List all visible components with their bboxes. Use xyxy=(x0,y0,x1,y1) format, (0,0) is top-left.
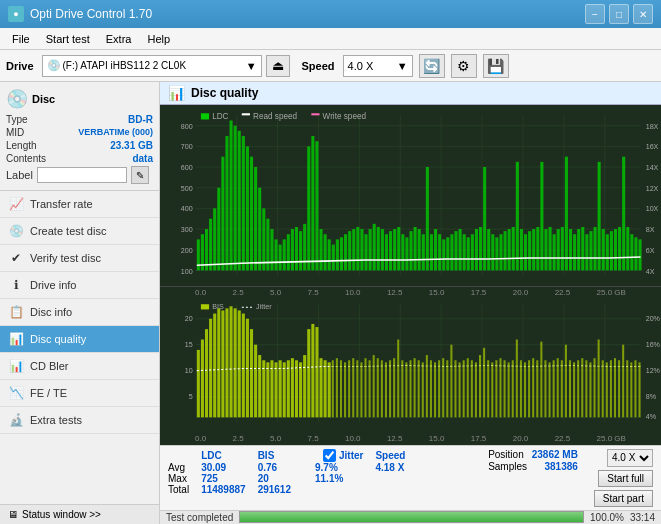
sidebar-item-label: Drive info xyxy=(30,279,76,291)
svg-rect-100 xyxy=(528,231,531,270)
status-window-button[interactable]: 🖥 Status window >> xyxy=(0,504,159,524)
bottom-chart-svg: 20 15 10 5 20% 16% 12% 8% 4% BIS Jitter xyxy=(160,298,661,433)
svg-rect-92 xyxy=(495,237,498,270)
menu-extra[interactable]: Extra xyxy=(98,31,140,47)
svg-rect-122 xyxy=(618,227,621,270)
svg-rect-203 xyxy=(348,360,350,417)
svg-rect-265 xyxy=(602,360,604,417)
start-full-button[interactable]: Start full xyxy=(598,470,653,487)
sidebar-item-drive-info[interactable]: ℹ Drive info xyxy=(0,272,159,299)
x-label-0: 0.0 xyxy=(195,288,206,297)
col-speed: Speed xyxy=(375,449,417,462)
top-chart-svg: 800 700 600 500 400 300 200 100 18X 16X … xyxy=(160,105,661,286)
progress-bar-track xyxy=(239,511,584,523)
svg-rect-33 xyxy=(254,167,257,270)
svg-rect-183 xyxy=(266,362,269,417)
close-button[interactable]: ✕ xyxy=(633,4,653,24)
progress-percent: 100.0% xyxy=(590,512,624,523)
svg-rect-255 xyxy=(561,360,563,417)
svg-text:100: 100 xyxy=(181,266,193,275)
svg-text:200: 200 xyxy=(181,246,193,255)
maximize-button[interactable]: □ xyxy=(609,4,629,24)
svg-rect-208 xyxy=(369,360,371,417)
position-label: Position xyxy=(488,449,524,460)
speed-value: 4.0 X xyxy=(348,60,374,72)
svg-rect-197 xyxy=(324,360,327,417)
svg-rect-84 xyxy=(463,234,466,270)
label-edit-button[interactable]: ✎ xyxy=(131,166,149,184)
svg-rect-222 xyxy=(426,355,428,417)
jitter-checkbox[interactable] xyxy=(323,449,336,462)
label-input[interactable] xyxy=(37,167,127,183)
svg-rect-174 xyxy=(230,306,233,417)
svg-rect-71 xyxy=(409,231,412,270)
svg-rect-240 xyxy=(499,358,501,417)
sidebar-item-disc-info[interactable]: 📋 Disc info xyxy=(0,299,159,326)
start-part-button[interactable]: Start part xyxy=(594,490,653,507)
svg-rect-118 xyxy=(602,229,605,270)
settings-icon-button[interactable]: ⚙ xyxy=(451,54,477,78)
avg-bis: 0.76 xyxy=(258,462,303,473)
speed-selector[interactable]: 4.0 X ▼ xyxy=(343,55,413,77)
svg-rect-107 xyxy=(557,229,560,270)
svg-rect-109 xyxy=(565,157,568,271)
right-stats: Position 23862 MB Samples 381386 xyxy=(488,449,578,472)
sidebar-item-transfer-rate[interactable]: 📈 Transfer rate xyxy=(0,191,159,218)
svg-rect-221 xyxy=(422,362,424,417)
nav-menu: 📈 Transfer rate 💿 Create test disc ✔ Ver… xyxy=(0,191,159,504)
svg-rect-273 xyxy=(634,360,636,417)
refresh-button[interactable]: 🔄 xyxy=(419,54,445,78)
svg-rect-113 xyxy=(581,227,584,270)
menu-help[interactable]: Help xyxy=(139,31,178,47)
svg-text:10X: 10X xyxy=(646,204,659,213)
sidebar-item-create-test-disc[interactable]: 💿 Create test disc xyxy=(0,218,159,245)
total-label: Total xyxy=(168,484,201,495)
sidebar-item-extra-tests[interactable]: 🔬 Extra tests xyxy=(0,407,159,434)
svg-rect-217 xyxy=(405,362,407,417)
svg-text:12%: 12% xyxy=(646,366,661,375)
svg-rect-80 xyxy=(446,237,449,270)
svg-rect-232 xyxy=(467,358,469,417)
svg-rect-185 xyxy=(275,362,278,417)
svg-rect-225 xyxy=(438,360,440,417)
svg-text:20: 20 xyxy=(185,314,193,323)
sidebar-item-fe-te[interactable]: 📉 FE / TE xyxy=(0,380,159,407)
svg-rect-261 xyxy=(585,360,587,417)
sidebar-item-cd-bler[interactable]: 📊 CD Bler xyxy=(0,353,159,380)
svg-rect-94 xyxy=(504,231,507,270)
svg-rect-86 xyxy=(471,234,474,270)
svg-rect-101 xyxy=(532,229,535,270)
svg-rect-67 xyxy=(393,229,396,270)
svg-rect-45 xyxy=(303,224,306,271)
status-window-label: Status window >> xyxy=(22,509,101,520)
svg-text:Write speed: Write speed xyxy=(323,112,367,121)
svg-rect-210 xyxy=(377,358,379,417)
svg-rect-284 xyxy=(201,304,209,309)
x-label-3: 7.5 xyxy=(307,288,318,297)
svg-rect-202 xyxy=(344,362,346,417)
minimize-button[interactable]: − xyxy=(585,4,605,24)
svg-rect-245 xyxy=(520,360,522,417)
svg-rect-79 xyxy=(442,239,445,270)
menu-file[interactable]: File xyxy=(4,31,38,47)
sidebar-item-label: Create test disc xyxy=(30,225,106,237)
menu-start-test[interactable]: Start test xyxy=(38,31,98,47)
speed-dropdown[interactable]: 4.0 X xyxy=(607,449,653,467)
eject-button[interactable]: ⏏ xyxy=(266,55,290,77)
content-header-icon: 📊 xyxy=(168,85,185,101)
stats-bar: LDC BIS Jitter Speed Avg 30. xyxy=(160,445,661,510)
max-jitter: 11.1% xyxy=(315,473,375,484)
svg-rect-75 xyxy=(426,167,429,270)
svg-rect-24 xyxy=(217,188,220,271)
drive-selector[interactable]: 💿 (F:) ATAPI iHBS112 2 CL0K ▼ xyxy=(42,55,262,77)
sidebar-item-verify-test-disc[interactable]: ✔ Verify test disc xyxy=(0,245,159,272)
svg-rect-50 xyxy=(324,234,327,270)
svg-rect-115 xyxy=(589,231,592,270)
svg-rect-104 xyxy=(544,229,547,270)
sidebar-item-label: FE / TE xyxy=(30,387,67,399)
save-button[interactable]: 💾 xyxy=(483,54,509,78)
avg-label: Avg xyxy=(168,462,201,473)
svg-rect-121 xyxy=(614,229,617,270)
x-label-b9: 22.5 xyxy=(555,434,571,443)
sidebar-item-disc-quality[interactable]: 📊 Disc quality xyxy=(0,326,159,353)
